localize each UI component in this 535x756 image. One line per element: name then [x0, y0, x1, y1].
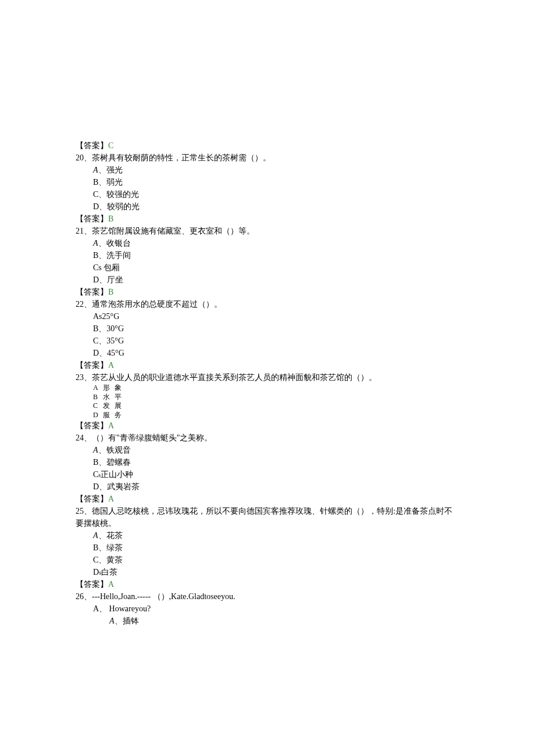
- question-23: 23、茶艺从业人员的职业道德水平直接关系到茶艺人员的精神面貌和茶艺馆的（）。: [76, 371, 459, 384]
- q23-label-c: C: [93, 402, 98, 411]
- q25-option-b: B、绿茶: [76, 542, 459, 554]
- q25-option-d: Ds白茶: [76, 566, 459, 578]
- q25-option-c: C、黄茶: [76, 554, 459, 566]
- option-label: C: [93, 470, 98, 479]
- q21-option-b: B、洗手间: [76, 249, 459, 261]
- option-text: 、铁观音: [98, 446, 131, 454]
- question-21: 21、茶艺馆附属设施有储藏室、更衣室和（）等。: [76, 225, 459, 237]
- option-text: 、插钵: [115, 617, 139, 625]
- answer-prefix: 【答案】: [76, 141, 108, 150]
- q23-options-block: A B C D 形象 水平 发展 服务: [76, 384, 459, 420]
- answer-value: A: [108, 361, 114, 370]
- q23-text-column: 形象 水平 发展 服务: [103, 384, 126, 420]
- q22-option-b: B、30°G: [76, 323, 459, 335]
- answer-prefix: 【答案】: [76, 214, 108, 223]
- answer-prefix: 【答案】: [76, 580, 108, 589]
- q26-sub-option-a: A、插钵: [76, 615, 459, 627]
- q24-option-c: Cs正山小种: [76, 468, 459, 481]
- option-text: 正山小种: [101, 470, 133, 479]
- q20-option-c: C、较强的光: [76, 188, 459, 200]
- option-text: 、花茶: [98, 531, 123, 540]
- answer-25: 【答案】A: [76, 578, 459, 590]
- question-26: 26、---Hello,Joan.----- （）,Kate.Gladtosee…: [76, 590, 459, 603]
- option-label: A: [93, 166, 98, 174]
- option-text: 、收银台: [98, 239, 131, 248]
- answer-prefix: 【答案】: [76, 288, 108, 296]
- answer-prefix: 【答案】: [76, 421, 108, 430]
- option-text: 白茶: [101, 568, 117, 576]
- q20-option-a: A、强光: [76, 164, 459, 176]
- q22-option-d: D、45°G: [76, 347, 459, 359]
- q23-text-d: 服务: [103, 411, 126, 420]
- option-label: A: [109, 617, 115, 625]
- answer-value: B: [108, 214, 113, 223]
- q23-text-a: 形象: [103, 384, 126, 393]
- answer-value: A: [108, 495, 114, 503]
- answer-19: 【答案】C: [76, 139, 459, 152]
- q20-option-d: D、较弱的光: [76, 200, 459, 213]
- option-label: A: [93, 446, 98, 454]
- answer-value: A: [108, 421, 114, 430]
- question-20: 20、茶树具有较耐荫的特性，正常生长的茶树需（）。: [76, 152, 459, 164]
- q22-option-c: C、35°G: [76, 335, 459, 347]
- q24-option-d: D、武夷岩茶: [76, 481, 459, 493]
- option-text: 、强光: [98, 166, 123, 174]
- option-label: A: [93, 531, 98, 540]
- q21-option-d: D、厅坐: [76, 274, 459, 286]
- answer-24: 【答案】A: [76, 493, 459, 505]
- q26-option-a: A、 Howareyou?: [76, 603, 459, 615]
- answer-value: A: [108, 580, 114, 589]
- q21-option-a: A、收银台: [76, 237, 459, 249]
- q23-text-b: 水平: [103, 393, 126, 402]
- answer-value: B: [108, 288, 113, 296]
- answer-prefix: 【答案】: [76, 361, 108, 370]
- q21-option-c: Cs 包厢: [76, 261, 459, 274]
- q24-option-a: A、铁观音: [76, 444, 459, 456]
- q23-label-column: A B C D: [93, 384, 98, 420]
- option-label: A: [93, 239, 98, 248]
- q25-option-a: A、花茶: [76, 529, 459, 542]
- answer-20: 【答案】B: [76, 213, 459, 225]
- q23-label-b: B: [93, 393, 98, 402]
- answer-21: 【答案】B: [76, 286, 459, 298]
- answer-value: C: [108, 141, 113, 150]
- q22-option-a: As25°G: [76, 310, 459, 323]
- q23-label-d: D: [93, 411, 98, 420]
- answer-prefix: 【答案】: [76, 495, 108, 503]
- answer-22: 【答案】A: [76, 359, 459, 371]
- q23-label-a: A: [93, 384, 98, 393]
- q23-text-c: 发展: [103, 402, 126, 411]
- question-25: 25、德国人忌吃核桃，忌讳玫瑰花，所以不要向德国宾客推荐玫瑰、针螺类的（），特别…: [76, 505, 459, 529]
- option-label: D: [93, 568, 99, 576]
- question-24: 24、（）有"青蒂绿腹蜻蜓头"之美称。: [76, 432, 459, 444]
- q24-option-b: B、碧螺春: [76, 456, 459, 468]
- answer-23: 【答案】A: [76, 420, 459, 432]
- question-22: 22、通常泡茶用水的总硬度不超过（）。: [76, 298, 459, 310]
- q20-option-b: B、弱光: [76, 176, 459, 188]
